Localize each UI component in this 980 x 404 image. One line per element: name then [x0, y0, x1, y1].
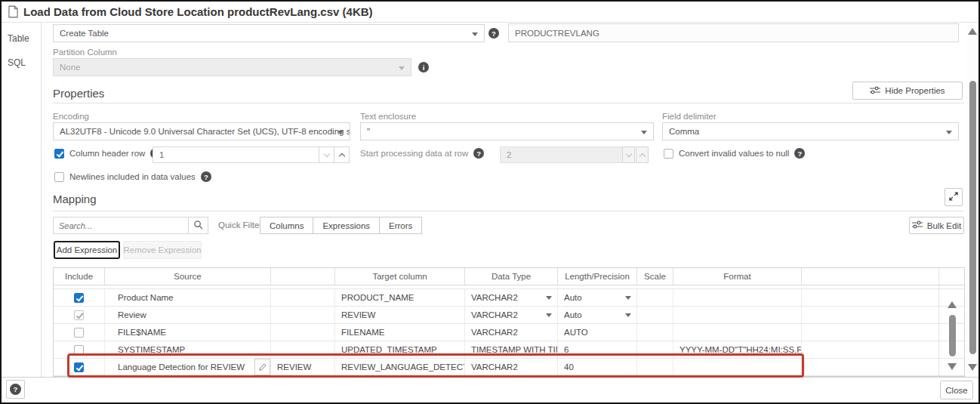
scroll-down-icon[interactable] [948, 363, 957, 370]
chevron-down-icon [323, 151, 329, 157]
data-type-value: VARCHAR2 [471, 310, 518, 319]
table-name-field[interactable]: PRODUCTREVLANG [508, 23, 959, 42]
format-value: YYYY-MM-DD"T"HH24:MI:SS.FFTZ [680, 345, 802, 354]
filter-errors-button[interactable]: Errors [380, 217, 422, 234]
add-expression-button[interactable]: Add Expression [54, 241, 120, 259]
hide-properties-button[interactable]: Hide Properties [852, 82, 963, 100]
source-value: Review [118, 310, 146, 319]
scroll-down-icon[interactable] [968, 364, 977, 371]
target-column-cell: UPDATED_TIMESTAMP [335, 341, 465, 358]
load-option-select[interactable]: Create Table [53, 24, 485, 42]
properties-divider [53, 103, 964, 103]
target-column-cell: FILENAME [335, 324, 465, 341]
scale-cell [637, 359, 673, 375]
footer-help-button[interactable]: ? [6, 380, 25, 399]
mapping-grid-rows: IncludeSourceTarget columnData TypeLengt… [54, 268, 964, 376]
data-type-cell: VARCHAR2 [465, 359, 558, 375]
field-delimiter-select[interactable]: Comma [662, 122, 959, 140]
table-row: Product NamePRODUCT_NAMEVARCHAR2Auto [54, 289, 964, 307]
scale-cell [637, 289, 673, 306]
search-icon [193, 219, 203, 233]
newlines-option: Newlines included in data values ? [54, 171, 211, 182]
include-checkbox[interactable] [74, 310, 84, 320]
title-bar: Load Data from Cloud Store Location prod… [2, 2, 978, 23]
field-delimiter-label: Field delimiter [662, 112, 717, 121]
help-icon[interactable]: ? [488, 28, 499, 39]
spinner-down-button[interactable] [319, 146, 334, 163]
target-column-value: REVIEW [341, 310, 375, 319]
encoding-value: AL32UTF8 - Unicode 9.0 Universal Charact… [60, 127, 350, 136]
column-header: Length/Precision [558, 268, 637, 285]
start-row-input: 2 [500, 146, 623, 163]
column-header-row-input[interactable]: 1 [153, 146, 319, 163]
include-checkbox[interactable] [74, 328, 84, 338]
encoding-select[interactable]: AL32UTF8 - Unicode 9.0 Universal Charact… [53, 122, 350, 140]
info-icon[interactable]: i [418, 62, 429, 72]
data-type-value: VARCHAR2 [471, 362, 518, 372]
newlines-checkbox[interactable] [54, 172, 64, 182]
column-header: Scale [637, 268, 673, 285]
column-header: Data Type [465, 268, 558, 285]
help-icon: ? [10, 384, 21, 395]
close-button[interactable]: Close [940, 381, 973, 399]
source-value: FILE$NAME [118, 328, 166, 337]
spinner-up-button-disabled [636, 146, 649, 163]
data-type-cell[interactable]: VARCHAR2 [465, 307, 558, 323]
length-precision-value: Auto [564, 310, 582, 319]
sidebar-item-sql[interactable]: SQL [8, 57, 26, 68]
grid-scrollbar-thumb[interactable] [949, 315, 956, 356]
newlines-label: Newlines included in data values [69, 172, 196, 181]
convert-invalid-checkbox[interactable] [664, 149, 673, 159]
footer-divider [2, 377, 978, 378]
data-type-cell[interactable]: VARCHAR2 [465, 289, 558, 306]
encoding-label: Encoding [53, 112, 89, 121]
pencil-icon [258, 362, 267, 372]
text-enclosure-select[interactable]: " [360, 122, 654, 140]
search-input[interactable] [53, 217, 189, 234]
expression-cell: REVIEW [271, 359, 335, 375]
sidebar-item-table[interactable]: Table [8, 33, 29, 44]
bulk-edit-button[interactable]: Bulk Edit [909, 217, 964, 234]
include-cell [54, 341, 105, 358]
include-checkbox[interactable] [74, 345, 84, 355]
spinner-up-button[interactable] [334, 146, 350, 163]
length-precision-cell[interactable]: Auto [558, 289, 637, 306]
expand-mapping-button[interactable] [945, 188, 963, 206]
load-option-value: Create Table [60, 29, 109, 38]
search-button[interactable] [189, 217, 208, 234]
filter-columns-button[interactable]: Columns [260, 217, 313, 234]
page-scrollbar-thumb[interactable] [969, 81, 976, 354]
help-icon[interactable]: ? [794, 148, 805, 159]
length-precision-value: 6 [564, 345, 569, 354]
chevron-up-icon [338, 153, 344, 159]
partition-column-value: None [60, 63, 81, 72]
expression-cell [271, 324, 335, 341]
hide-properties-label: Hide Properties [885, 86, 945, 95]
mapping-grid: IncludeSourceTarget columnData TypeLengt… [53, 267, 965, 377]
table-name-value: PRODUCTREVLANG [515, 29, 599, 38]
edit-expression-button[interactable] [254, 359, 270, 375]
scroll-up-icon[interactable] [948, 301, 957, 308]
grid-scrollbar-divider [938, 268, 939, 376]
column-header-row-option: Column header row ? [54, 148, 161, 159]
convert-invalid-option: Convert invalid values to null ? [664, 148, 805, 159]
length-precision-cell: 6 [558, 341, 637, 358]
target-column-value: PRODUCT_NAME [341, 293, 414, 302]
column-header: Include [54, 268, 105, 285]
expression-cell [271, 289, 335, 306]
help-icon[interactable]: ? [201, 171, 211, 182]
table-row: FILE$NAMEFILENAMEVARCHAR2AUTO [54, 324, 964, 341]
expression-value: REVIEW [277, 362, 311, 372]
filter-expressions-button[interactable]: Expressions [313, 217, 380, 234]
include-checkbox[interactable] [74, 293, 84, 303]
include-checkbox[interactable] [74, 362, 84, 372]
help-icon[interactable]: ? [473, 148, 484, 159]
length-precision-cell[interactable]: Auto [558, 307, 637, 323]
start-row-label: Start processing data at row [360, 149, 468, 158]
caret-down-icon [946, 131, 952, 134]
source-value: Language Detection for REVIEW [118, 362, 245, 372]
column-header: Target column [335, 268, 465, 285]
column-header-row-checkbox[interactable] [54, 149, 64, 159]
scroll-up-icon[interactable] [968, 28, 977, 35]
caret-down-icon [546, 296, 552, 300]
